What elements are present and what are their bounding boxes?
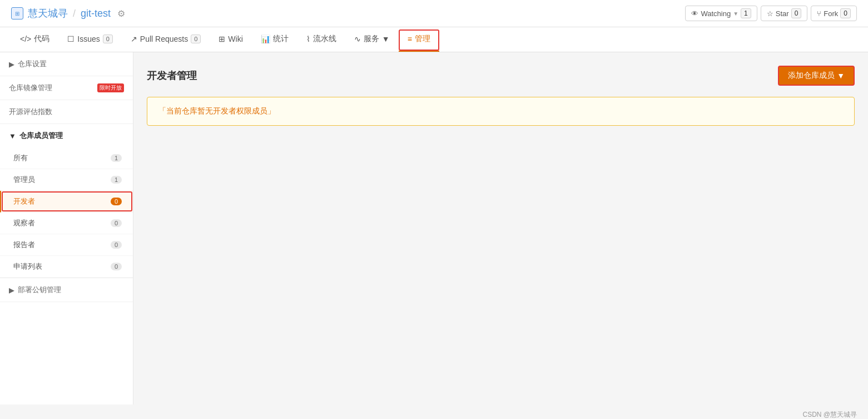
- sidebar-observer-label: 观察者: [13, 218, 35, 228]
- sidebar-section-repo-settings: ▶ 仓库设置: [0, 52, 133, 76]
- service-dropdown-icon: ▼: [382, 34, 390, 43]
- fork-icon: ⑂: [817, 9, 821, 18]
- nav-tabs-bar: </> 代码 ☐ Issues 0 ↗ Pull Requests 0 ⊞ Wi…: [0, 27, 868, 52]
- watching-count: 1: [741, 8, 751, 18]
- sidebar-deploy-key-title[interactable]: ▶ 部署公钥管理: [0, 278, 133, 302]
- pipeline-icon: ⌇: [306, 34, 310, 43]
- sidebar-item-reporter[interactable]: 报告者 0: [0, 234, 133, 256]
- sidebar: ▶ 仓库设置 仓库镜像管理 限时开放 开源评估指数 ▼ 仓库成员管理: [0, 52, 133, 405]
- pr-badge: 0: [191, 34, 201, 43]
- sidebar-member-mgmt-title[interactable]: ▼ 仓库成员管理: [0, 124, 133, 147]
- tab-wiki[interactable]: ⊞ Wiki: [210, 28, 251, 51]
- sidebar-opensource-title[interactable]: 开源评估指数: [0, 100, 133, 124]
- sidebar-item-observer[interactable]: 观察者 0: [0, 213, 133, 234]
- repo-full-title: 慧天城寻 / git-test: [28, 7, 111, 20]
- page-title: 开发者管理: [147, 69, 197, 82]
- sidebar-reporter-label: 报告者: [13, 240, 35, 250]
- stats-icon: 📊: [261, 34, 270, 43]
- issues-badge: 0: [103, 34, 113, 43]
- star-button[interactable]: ☆ Star 0: [761, 6, 808, 21]
- main-layout: ▶ 仓库设置 仓库镜像管理 限时开放 开源评估指数 ▼ 仓库成员管理: [0, 52, 868, 405]
- empty-message-box: 「当前仓库暂无开发者权限成员」: [147, 97, 855, 126]
- tab-stats-label: 统计: [273, 34, 289, 44]
- star-label: Star: [776, 9, 789, 18]
- sidebar-section-repo-mirror: 仓库镜像管理 限时开放: [0, 76, 133, 100]
- repo-icon: ⊞: [11, 7, 23, 19]
- tab-service[interactable]: ∿ 服务 ▼: [345, 27, 399, 52]
- page-footer: CSDN @慧天城寻: [0, 405, 868, 419]
- sidebar-item-apply-list[interactable]: 申请列表 0: [0, 256, 133, 278]
- add-member-dropdown-icon: ▼: [837, 71, 845, 80]
- eye-icon: 👁: [691, 9, 698, 18]
- tab-wiki-label: Wiki: [228, 34, 242, 43]
- tab-service-label: 服务: [364, 34, 379, 44]
- tab-pr-label: Pull Requests: [140, 34, 188, 43]
- sidebar-reporter-count: 0: [111, 241, 122, 249]
- repo-settings-icon[interactable]: ⚙: [117, 8, 125, 19]
- wiki-icon: ⊞: [219, 34, 225, 43]
- issues-icon: ☐: [67, 34, 75, 43]
- content-header: 开发者管理 添加仓库成员 ▼: [147, 66, 855, 86]
- title-separator: /: [73, 8, 76, 19]
- sidebar-developer-count: 0: [111, 198, 122, 205]
- tab-issues[interactable]: ☐ Issues 0: [58, 28, 122, 51]
- tab-issues-label: Issues: [77, 34, 100, 43]
- collapse-icon-deploy-key: ▶: [9, 286, 14, 294]
- fork-count: 0: [840, 8, 851, 18]
- sidebar-all-count: 1: [111, 154, 122, 162]
- tab-stats[interactable]: 📊 统计: [252, 27, 297, 52]
- tab-code[interactable]: </> 代码: [11, 27, 58, 52]
- sidebar-opensource-label: 开源评估指数: [9, 107, 52, 117]
- collapse-icon-repo-settings: ▶: [9, 60, 14, 68]
- tab-code-label: 代码: [34, 34, 49, 44]
- sidebar-repo-mirror-label: 仓库镜像管理: [9, 83, 52, 93]
- watching-button[interactable]: 👁 Watching ▼ 1: [685, 6, 757, 21]
- sidebar-member-mgmt-label: 仓库成员管理: [19, 131, 63, 141]
- sidebar-developer-label: 开发者: [13, 196, 35, 206]
- tab-manage-label: 管理: [415, 34, 430, 44]
- sidebar-deploy-key-label: 部署公钥管理: [18, 285, 61, 295]
- sidebar-section-opensource: 开源评估指数: [0, 100, 133, 124]
- watching-chevron: ▼: [733, 11, 738, 17]
- sidebar-all-label: 所有: [13, 153, 28, 163]
- collapse-icon-member-mgmt: ▼: [9, 132, 16, 140]
- star-count: 0: [791, 8, 802, 18]
- repo-actions: 👁 Watching ▼ 1 ☆ Star 0 ⑂ Fork 0: [685, 6, 857, 21]
- sidebar-item-all[interactable]: 所有 1: [0, 147, 133, 169]
- add-member-button[interactable]: 添加仓库成员 ▼: [778, 66, 855, 86]
- sidebar-item-admin[interactable]: 管理员 1: [0, 169, 133, 191]
- tab-pipeline-label: 流水线: [313, 34, 336, 44]
- add-member-label: 添加仓库成员: [788, 71, 835, 81]
- footer-text: CSDN @慧天城寻: [802, 411, 857, 418]
- tab-pull-requests[interactable]: ↗ Pull Requests 0: [122, 28, 210, 51]
- service-icon: ∿: [354, 34, 361, 43]
- sidebar-apply-list-label: 申请列表: [13, 262, 42, 272]
- sidebar-observer-count: 0: [111, 219, 122, 227]
- code-icon: </>: [20, 34, 31, 43]
- tab-pipeline[interactable]: ⌇ 流水线: [297, 27, 345, 52]
- sidebar-section-deploy-key: ▶ 部署公钥管理: [0, 278, 133, 302]
- pr-icon: ↗: [131, 34, 137, 43]
- repo-name-link[interactable]: git-test: [81, 8, 111, 19]
- fork-button[interactable]: ⑂ Fork 0: [811, 6, 857, 21]
- manage-icon: ≡: [408, 34, 412, 43]
- limited-open-badge: 限时开放: [97, 83, 124, 92]
- sidebar-repo-mirror-title[interactable]: 仓库镜像管理 限时开放: [0, 76, 133, 100]
- sidebar-section-member-mgmt: ▼ 仓库成员管理 所有 1 管理员 1 开发者 0 观察者: [0, 124, 133, 278]
- sidebar-repo-settings-label: 仓库设置: [18, 59, 47, 69]
- repo-owner-link[interactable]: 慧天城寻: [28, 8, 68, 19]
- watching-label: Watching: [701, 9, 731, 18]
- sidebar-repo-settings-title[interactable]: ▶ 仓库设置: [0, 52, 133, 76]
- sidebar-item-developer[interactable]: 开发者 0: [0, 191, 133, 213]
- repo-title-area: ⊞ 慧天城寻 / git-test ⚙: [11, 7, 125, 20]
- tab-manage[interactable]: ≡ 管理: [399, 27, 439, 52]
- sidebar-apply-list-count: 0: [111, 263, 122, 270]
- content-area: 开发者管理 添加仓库成员 ▼ 「当前仓库暂无开发者权限成员」: [133, 52, 868, 405]
- star-icon: ☆: [767, 9, 773, 18]
- sidebar-admin-count: 1: [111, 176, 122, 184]
- page-header: ⊞ 慧天城寻 / git-test ⚙ 👁 Watching ▼ 1 ☆ Sta…: [0, 0, 868, 27]
- sidebar-admin-label: 管理员: [13, 175, 35, 185]
- empty-message-text: 「当前仓库暂无开发者权限成员」: [158, 106, 275, 115]
- fork-label: Fork: [824, 9, 838, 18]
